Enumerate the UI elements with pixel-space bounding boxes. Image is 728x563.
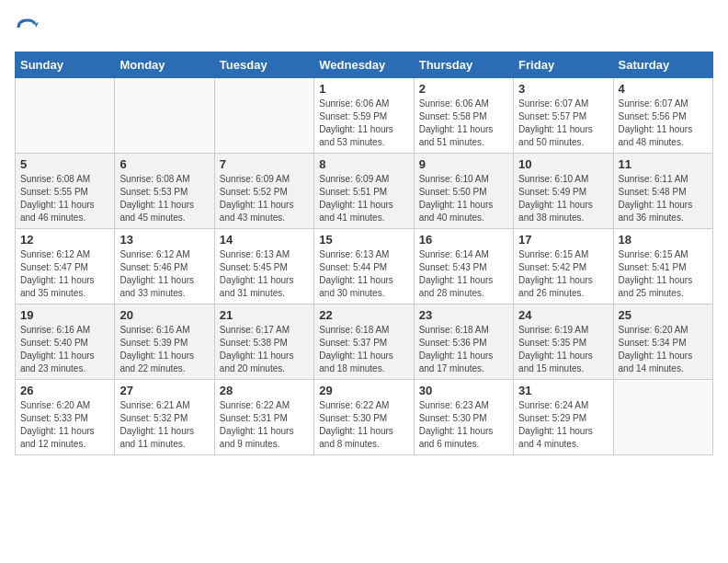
calendar-cell: 13Sunrise: 6:12 AMSunset: 5:46 PMDayligh… — [115, 229, 214, 304]
calendar-cell: 21Sunrise: 6:17 AMSunset: 5:38 PMDayligh… — [214, 304, 313, 380]
day-number: 12 — [20, 233, 109, 247]
day-info: Sunrise: 6:18 AMSunset: 5:37 PMDaylight:… — [319, 324, 408, 375]
day-number: 1 — [319, 82, 408, 96]
calendar-week-row: 12Sunrise: 6:12 AMSunset: 5:47 PMDayligh… — [16, 229, 713, 304]
day-number: 20 — [119, 308, 209, 322]
calendar-cell: 23Sunrise: 6:18 AMSunset: 5:36 PMDayligh… — [414, 304, 513, 380]
day-info: Sunrise: 6:15 AMSunset: 5:42 PMDaylight:… — [518, 248, 608, 300]
day-number: 18 — [619, 233, 708, 247]
day-number: 23 — [419, 308, 508, 322]
calendar-header-row: SundayMondayTuesdayWednesdayThursdayFrid… — [16, 52, 713, 78]
calendar-week-row: 1Sunrise: 6:06 AMSunset: 5:59 PMDaylight… — [16, 78, 713, 154]
calendar-cell: 10Sunrise: 6:10 AMSunset: 5:49 PMDayligh… — [514, 154, 613, 229]
day-info: Sunrise: 6:09 AMSunset: 5:52 PMDaylight:… — [220, 173, 309, 224]
day-info: Sunrise: 6:21 AMSunset: 5:32 PMDaylight:… — [119, 399, 209, 451]
calendar-cell: 1Sunrise: 6:06 AMSunset: 5:59 PMDaylight… — [314, 78, 414, 154]
calendar-cell: 24Sunrise: 6:19 AMSunset: 5:35 PMDayligh… — [514, 304, 613, 380]
day-number: 9 — [419, 157, 508, 171]
calendar-cell: 7Sunrise: 6:09 AMSunset: 5:52 PMDaylight… — [214, 154, 313, 229]
day-number: 24 — [518, 308, 608, 322]
calendar-cell: 29Sunrise: 6:22 AMSunset: 5:30 PMDayligh… — [314, 380, 414, 455]
calendar-cell: 26Sunrise: 6:20 AMSunset: 5:33 PMDayligh… — [16, 380, 115, 455]
day-number: 5 — [20, 157, 109, 171]
day-info: Sunrise: 6:22 AMSunset: 5:31 PMDaylight:… — [220, 399, 309, 451]
day-number: 30 — [419, 384, 508, 397]
day-info: Sunrise: 6:19 AMSunset: 5:35 PMDaylight:… — [518, 324, 608, 375]
calendar-cell: 6Sunrise: 6:08 AMSunset: 5:53 PMDaylight… — [115, 154, 214, 229]
day-number: 7 — [220, 157, 309, 171]
day-number: 4 — [619, 82, 708, 96]
day-info: Sunrise: 6:14 AMSunset: 5:43 PMDaylight:… — [419, 248, 508, 300]
day-header-tuesday: Tuesday — [214, 52, 313, 78]
calendar-cell: 14Sunrise: 6:13 AMSunset: 5:45 PMDayligh… — [214, 229, 313, 304]
day-info: Sunrise: 6:07 AMSunset: 5:57 PMDaylight:… — [518, 98, 608, 149]
calendar-cell: 8Sunrise: 6:09 AMSunset: 5:51 PMDaylight… — [314, 154, 414, 229]
day-header-wednesday: Wednesday — [314, 52, 414, 78]
calendar-cell: 18Sunrise: 6:15 AMSunset: 5:41 PMDayligh… — [613, 229, 712, 304]
page-header — [15, 15, 713, 40]
calendar-cell — [115, 78, 214, 154]
calendar-cell: 3Sunrise: 6:07 AMSunset: 5:57 PMDaylight… — [514, 78, 613, 154]
calendar-cell: 25Sunrise: 6:20 AMSunset: 5:34 PMDayligh… — [613, 304, 712, 380]
day-number: 6 — [119, 157, 209, 171]
day-number: 8 — [319, 157, 408, 171]
day-info: Sunrise: 6:12 AMSunset: 5:46 PMDaylight:… — [119, 248, 209, 300]
logo-icon — [15, 15, 40, 40]
day-number: 3 — [518, 82, 608, 96]
day-number: 14 — [220, 233, 309, 247]
day-info: Sunrise: 6:16 AMSunset: 5:39 PMDaylight:… — [119, 324, 209, 375]
day-info: Sunrise: 6:08 AMSunset: 5:55 PMDaylight:… — [20, 173, 109, 224]
calendar-table: SundayMondayTuesdayWednesdayThursdayFrid… — [15, 52, 713, 455]
calendar-cell — [214, 78, 313, 154]
day-info: Sunrise: 6:20 AMSunset: 5:33 PMDaylight:… — [20, 399, 109, 451]
calendar-cell — [16, 78, 115, 154]
day-info: Sunrise: 6:23 AMSunset: 5:30 PMDaylight:… — [419, 399, 508, 451]
day-info: Sunrise: 6:18 AMSunset: 5:36 PMDaylight:… — [419, 324, 508, 375]
day-info: Sunrise: 6:17 AMSunset: 5:38 PMDaylight:… — [220, 324, 309, 375]
day-number: 22 — [319, 308, 408, 322]
calendar-week-row: 26Sunrise: 6:20 AMSunset: 5:33 PMDayligh… — [16, 380, 713, 455]
day-info: Sunrise: 6:24 AMSunset: 5:29 PMDaylight:… — [518, 399, 608, 451]
day-number: 29 — [319, 384, 408, 397]
day-number: 19 — [20, 308, 109, 322]
calendar-cell: 9Sunrise: 6:10 AMSunset: 5:50 PMDaylight… — [414, 154, 513, 229]
day-number: 17 — [518, 233, 608, 247]
calendar-cell: 19Sunrise: 6:16 AMSunset: 5:40 PMDayligh… — [16, 304, 115, 380]
day-header-friday: Friday — [514, 52, 613, 78]
day-number: 16 — [419, 233, 508, 247]
day-header-thursday: Thursday — [414, 52, 513, 78]
calendar-week-row: 5Sunrise: 6:08 AMSunset: 5:55 PMDaylight… — [16, 154, 713, 229]
calendar-cell: 22Sunrise: 6:18 AMSunset: 5:37 PMDayligh… — [314, 304, 414, 380]
day-info: Sunrise: 6:13 AMSunset: 5:44 PMDaylight:… — [319, 248, 408, 300]
calendar-week-row: 19Sunrise: 6:16 AMSunset: 5:40 PMDayligh… — [16, 304, 713, 380]
logo — [15, 15, 44, 40]
day-info: Sunrise: 6:11 AMSunset: 5:48 PMDaylight:… — [619, 173, 708, 224]
day-number: 21 — [220, 308, 309, 322]
day-number: 11 — [619, 157, 708, 171]
day-info: Sunrise: 6:06 AMSunset: 5:59 PMDaylight:… — [319, 98, 408, 149]
calendar-cell: 28Sunrise: 6:22 AMSunset: 5:31 PMDayligh… — [214, 380, 313, 455]
calendar-cell: 5Sunrise: 6:08 AMSunset: 5:55 PMDaylight… — [16, 154, 115, 229]
day-number: 10 — [518, 157, 608, 171]
calendar-cell: 31Sunrise: 6:24 AMSunset: 5:29 PMDayligh… — [514, 380, 613, 455]
day-number: 31 — [518, 384, 608, 397]
calendar-cell: 27Sunrise: 6:21 AMSunset: 5:32 PMDayligh… — [115, 380, 214, 455]
day-number: 28 — [220, 384, 309, 397]
calendar-cell: 16Sunrise: 6:14 AMSunset: 5:43 PMDayligh… — [414, 229, 513, 304]
day-info: Sunrise: 6:08 AMSunset: 5:53 PMDaylight:… — [119, 173, 209, 224]
day-number: 13 — [119, 233, 209, 247]
day-info: Sunrise: 6:06 AMSunset: 5:58 PMDaylight:… — [419, 98, 508, 149]
day-number: 25 — [619, 308, 708, 322]
day-info: Sunrise: 6:15 AMSunset: 5:41 PMDaylight:… — [619, 248, 708, 300]
day-info: Sunrise: 6:22 AMSunset: 5:30 PMDaylight:… — [319, 399, 408, 451]
day-header-saturday: Saturday — [613, 52, 712, 78]
day-info: Sunrise: 6:10 AMSunset: 5:50 PMDaylight:… — [419, 173, 508, 224]
calendar-cell: 11Sunrise: 6:11 AMSunset: 5:48 PMDayligh… — [613, 154, 712, 229]
day-info: Sunrise: 6:07 AMSunset: 5:56 PMDaylight:… — [619, 98, 708, 149]
day-info: Sunrise: 6:20 AMSunset: 5:34 PMDaylight:… — [619, 324, 708, 375]
day-header-monday: Monday — [115, 52, 214, 78]
day-number: 15 — [319, 233, 408, 247]
day-info: Sunrise: 6:10 AMSunset: 5:49 PMDaylight:… — [518, 173, 608, 224]
calendar-cell: 12Sunrise: 6:12 AMSunset: 5:47 PMDayligh… — [16, 229, 115, 304]
calendar-cell — [613, 380, 712, 455]
